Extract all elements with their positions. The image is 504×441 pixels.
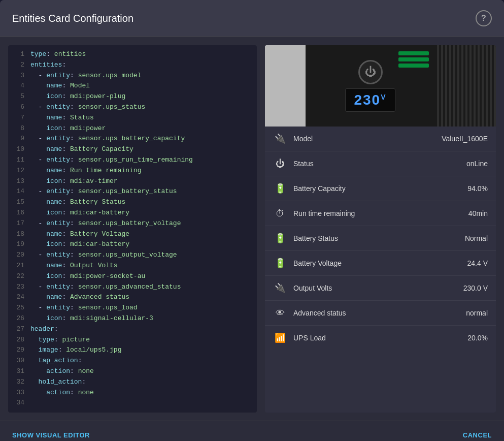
- code-line: 12 name: Run time remaining: [8, 166, 257, 176]
- line-number: 7: [12, 113, 24, 123]
- line-number: 13: [12, 176, 24, 187]
- code-token: -: [30, 135, 46, 142]
- code-token: -: [30, 283, 46, 291]
- help-icon[interactable]: ?: [476, 10, 492, 26]
- code-editor-panel[interactable]: 1type: entities2entities:3 - entity: sen…: [8, 45, 257, 413]
- code-token: :: [70, 304, 78, 311]
- code-token: entities: [30, 61, 62, 69]
- code-content: name: Battery Capacity: [30, 144, 133, 155]
- code-token: name: [46, 167, 62, 174]
- entity-value: 20.0%: [467, 334, 488, 342]
- entity-name-label: Battery Status: [293, 234, 459, 242]
- code-line: 10 name: Battery Capacity: [8, 144, 257, 155]
- code-token: [30, 82, 46, 89]
- code-line: 28 type: picture: [8, 335, 257, 345]
- code-line: 9 - entity: sensor.ups_battery_capacity: [8, 134, 257, 144]
- line-number: 2: [12, 60, 24, 71]
- entity-row: 🔋Battery Voltage24.4 V: [265, 251, 496, 276]
- code-token: image: [39, 346, 58, 354]
- code-content: - entity: sensor.ups_model: [30, 71, 141, 81]
- code-token: header: [30, 325, 54, 333]
- entity-value: Normal: [465, 234, 488, 242]
- code-token: tap_action: [39, 357, 78, 364]
- dialog-header: Entities Card Configuration ?: [0, 0, 504, 37]
- code-line: 7 name: Status: [8, 113, 257, 123]
- code-line: 29 image: local/ups5.jpg: [8, 345, 257, 356]
- code-line: 6 - entity: sensor.ups_status: [8, 102, 257, 113]
- code-token: -: [30, 187, 46, 195]
- code-content: - entity: sensor.ups_advanced_status: [30, 282, 181, 293]
- line-number: 23: [12, 282, 24, 293]
- code-token: Battery Status: [70, 198, 125, 206]
- line-number: 1: [12, 49, 24, 60]
- code-content: header:: [30, 324, 58, 335]
- code-content: icon: mdi:power: [30, 123, 106, 134]
- show-visual-editor-button[interactable]: SHOW VISUAL EDITOR: [10, 427, 92, 441]
- code-token: :: [82, 378, 86, 386]
- line-number: 17: [12, 218, 24, 229]
- code-content: name: Status: [30, 113, 94, 123]
- code-token: [30, 389, 46, 396]
- cancel-button[interactable]: CANCEL: [461, 427, 494, 441]
- entity-name-label: Run time remaining: [293, 209, 462, 217]
- ups-voltage-display: 230V: [345, 88, 395, 112]
- code-line: 20 - entity: sensor.ups_output_voltage: [8, 250, 257, 261]
- code-content: icon: mdi:power-socket-au: [30, 271, 145, 282]
- code-token: [30, 367, 46, 375]
- code-token: :: [70, 219, 78, 227]
- entity-row: 🔋Battery StatusNormal: [265, 226, 496, 251]
- code-token: none: [78, 389, 94, 396]
- code-token: [30, 177, 46, 185]
- code-token: [30, 336, 39, 343]
- entity-value: 40min: [468, 209, 488, 217]
- code-token: entity: [46, 135, 70, 142]
- line-number: 6: [12, 102, 24, 113]
- code-token: icon: [46, 92, 62, 100]
- entity-value: ValueII_1600E: [442, 135, 488, 143]
- code-token: :: [78, 357, 82, 364]
- code-content: icon: mdi:av-timer: [30, 176, 118, 187]
- code-token: :: [54, 336, 62, 343]
- code-token: entity: [46, 103, 70, 111]
- line-number: 33: [12, 388, 24, 398]
- code-token: -: [30, 72, 46, 79]
- entity-value: 94.0%: [467, 184, 488, 193]
- code-content: name: Battery Voltage: [30, 229, 129, 240]
- code-line: 21 name: Output Volts: [8, 261, 257, 271]
- code-token: name: [46, 114, 62, 121]
- code-token: mdi:power: [70, 124, 106, 132]
- code-token: [30, 346, 39, 354]
- code-line: 4 name: Model: [8, 81, 257, 91]
- entity-name-label: Output Volts: [293, 284, 457, 292]
- code-content: - entity: sensor.ups_battery_capacity: [30, 134, 185, 144]
- code-token: icon: [46, 209, 62, 216]
- code-content: image: local/ups5.jpg: [30, 345, 121, 356]
- line-number: 10: [12, 144, 24, 155]
- code-token: [30, 92, 46, 100]
- code-content: - entity: sensor.ups_battery_status: [30, 186, 177, 197]
- av-timer-icon: ⏱: [273, 206, 287, 220]
- entity-value: 230.0 V: [463, 284, 488, 292]
- advanced-status-icon: 👁: [273, 306, 287, 320]
- entity-row: 🔋Battery Capacity94.0%: [265, 176, 496, 201]
- code-line: 24 name: Advanced status: [8, 292, 257, 303]
- code-token: [30, 262, 46, 269]
- code-token: Battery Voltage: [70, 230, 129, 238]
- code-token: entity: [46, 251, 70, 259]
- ups-voltage-value: 230: [354, 92, 381, 108]
- code-content: name: Model: [30, 81, 90, 91]
- code-token: :: [62, 293, 70, 301]
- power-plug-icon: 🔌: [273, 132, 287, 146]
- line-number: 34: [12, 398, 24, 408]
- line-number: 24: [12, 292, 24, 303]
- code-token: -: [30, 304, 46, 311]
- line-number: 21: [12, 261, 24, 271]
- code-token: none: [78, 367, 94, 375]
- code-token: [30, 167, 46, 174]
- entities-card-config-dialog: Entities Card Configuration ? 1type: ent…: [0, 0, 504, 441]
- line-number: 26: [12, 313, 24, 324]
- code-content: - entity: sensor.ups_output_voltage: [30, 250, 177, 261]
- code-token: :: [70, 367, 78, 375]
- code-token: [30, 145, 46, 153]
- code-token: :: [62, 209, 70, 216]
